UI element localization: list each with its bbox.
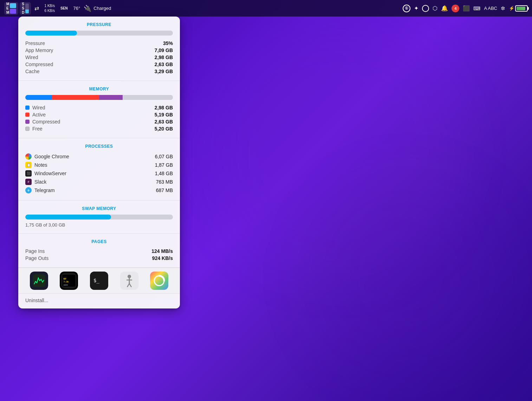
app-memory-row: App Memory 7,09 GB [25, 47, 173, 54]
page-ins-label: Page Ins [25, 248, 45, 254]
memory-compressed-label: Compressed [25, 119, 60, 125]
memory-popup-panel: PRESSURE Pressure 35% App Memory 7,09 GB… [18, 17, 180, 308]
terminal-button[interactable]: $_ [90, 272, 108, 290]
memory-bar-compressed [99, 95, 123, 100]
wired-value: 2,98 GB [155, 55, 173, 60]
telegram-icon: ✈ [25, 187, 32, 193]
memory-section: MEMORY Wired 2,98 GB Active 5,19 GB [18, 81, 180, 138]
memory-title: MEMORY [25, 87, 173, 91]
uninstall-label[interactable]: Uninstall... [25, 298, 48, 303]
process-notes-row: 📋 Notes 1,87 GB [25, 161, 173, 169]
memory-bar-wired [25, 95, 52, 100]
pages-title: PAGES [25, 239, 173, 244]
swap-memory-title: SWAP MEMORY [25, 206, 173, 211]
processes-title: PROCESSES [25, 144, 173, 149]
sen-widget: SEN [58, 5, 70, 12]
dropbox-icon[interactable]: ✦ [414, 5, 419, 12]
menubar-left: MEM SSD ⇄ 1 KB/s 6 KB/s SEN [4, 2, 403, 15]
mem-widget[interactable]: MEM [4, 2, 18, 15]
process-notes-value: 1,87 GB [155, 162, 173, 168]
page-ins-value: 124 MB/s [151, 248, 173, 254]
notification-bell-icon[interactable]: 🔔 [441, 5, 448, 12]
menubar-right: ① ✦ ⬡ 🔔 4 ⬛ ⌨ A ABC ✲ ⚡ [403, 5, 528, 12]
memory-wired-value: 2,98 GB [155, 105, 173, 110]
arrows-icon: ⇄ [32, 4, 41, 13]
page-outs-row: Page Outs 924 KB/s [25, 255, 173, 262]
pressure-label: Pressure [25, 40, 45, 46]
temp-value: 76° [73, 6, 80, 11]
memory-compressed-value: 2,63 GB [155, 119, 173, 125]
svg-text:$_: $_ [93, 278, 99, 284]
istatmenus-button[interactable] [150, 272, 168, 290]
process-slack-row: # Slack 763 MB [25, 178, 173, 186]
compressed-color-dot [25, 120, 30, 124]
memory-active-row: Active 5,19 GB [25, 111, 173, 118]
pressure-bar-fill [25, 31, 77, 36]
page-ins-row: Page Ins 124 MB/s [25, 248, 173, 255]
pressure-title: PRESSURE [25, 22, 173, 27]
process-chrome-row: Google Chrome 6,07 GB [25, 152, 173, 161]
input-source-icon[interactable]: A ABC [484, 6, 497, 11]
slack-icon: # [25, 179, 32, 185]
layers-icon[interactable]: ⬡ [433, 5, 437, 12]
memory-bar-free [123, 95, 173, 100]
memory-active-value: 5,19 GB [155, 112, 173, 117]
process-telegram-label: ✈ Telegram [25, 187, 55, 193]
pressure-section: PRESSURE Pressure 35% App Memory 7,09 GB… [18, 17, 180, 81]
page-outs-value: 924 KB/s [152, 255, 173, 261]
battery-widget: 🔌 Charged [84, 5, 111, 12]
svg-rect-14 [150, 272, 168, 290]
chrome-icon [25, 153, 32, 160]
swap-bar [25, 215, 173, 219]
notification-center-icon[interactable]: 4 [452, 5, 459, 12]
battery-level-icon: ⚡ [509, 5, 528, 12]
memory-compressed-row: Compressed 2,63 GB [25, 118, 173, 125]
wired-row: Wired 2,98 GB [25, 54, 173, 61]
istatmenus-icon [150, 272, 168, 290]
pressure-bar [25, 31, 173, 36]
keyboard-icon[interactable]: ⌨ [473, 6, 480, 11]
app-memory-label: App Memory [25, 47, 53, 53]
swap-description: 1,75 GB of 3,00 GB [25, 222, 173, 228]
svg-text:NY: NY [64, 278, 67, 280]
process-chrome-label: Google Chrome [25, 153, 69, 160]
svg-text:WARN: WARN [64, 284, 68, 286]
bluetooth-icon[interactable]: ✲ [501, 5, 505, 12]
ssd-widget[interactable]: SSD [20, 2, 31, 15]
free-color-dot [25, 127, 30, 131]
bottom-toolbar: NY 7:36 WARN $_ [18, 268, 180, 293]
activity-monitor-button[interactable] [30, 272, 48, 290]
compressed-row: Compressed 2,63 GB [25, 61, 173, 68]
process-chrome-value: 6,07 GB [155, 154, 173, 159]
memory-free-value: 5,20 GB [155, 126, 173, 132]
uninstall-section: Uninstall... [18, 293, 180, 308]
swap-bar-fill [25, 215, 111, 219]
airplay-icon[interactable]: ⬛ [463, 5, 470, 12]
network-speeds: 1 KB/s 6 KB/s [43, 2, 57, 15]
system-info-button[interactable] [120, 272, 138, 290]
svg-point-9 [128, 275, 131, 278]
memory-active-label: Active [25, 112, 46, 117]
windowserver-icon: ⬛ [25, 170, 32, 177]
app-memory-value: 7,09 GB [155, 47, 173, 53]
menubar: MEM SSD ⇄ 1 KB/s 6 KB/s SEN [0, 0, 532, 17]
notes-icon: 📋 [25, 162, 32, 168]
circle-icon[interactable] [422, 5, 429, 12]
cache-value: 3,29 GB [155, 69, 173, 74]
swap-memory-section: SWAP MEMORY 1,75 GB of 3,00 GB [18, 200, 180, 234]
console-button[interactable]: NY 7:36 WARN [60, 272, 78, 290]
process-telegram-value: 687 MB [156, 187, 173, 193]
compressed-label: Compressed [25, 62, 53, 67]
memory-wired-row: Wired 2,98 GB [25, 104, 173, 111]
compressed-value: 2,63 GB [155, 62, 173, 67]
svg-text:7:36: 7:36 [64, 281, 69, 283]
pressure-value: 35% [163, 40, 173, 46]
onepassword-icon[interactable]: ① [403, 5, 410, 12]
memory-free-row: Free 5,20 GB [25, 125, 173, 132]
memory-free-label: Free [25, 126, 43, 132]
memory-bar-active [52, 95, 99, 100]
process-windowserver-row: ⬛ WindowServer 1,48 GB [25, 169, 173, 178]
memory-wired-label: Wired [25, 105, 45, 110]
process-slack-value: 763 MB [156, 179, 173, 185]
process-notes-label: 📋 Notes [25, 162, 47, 168]
